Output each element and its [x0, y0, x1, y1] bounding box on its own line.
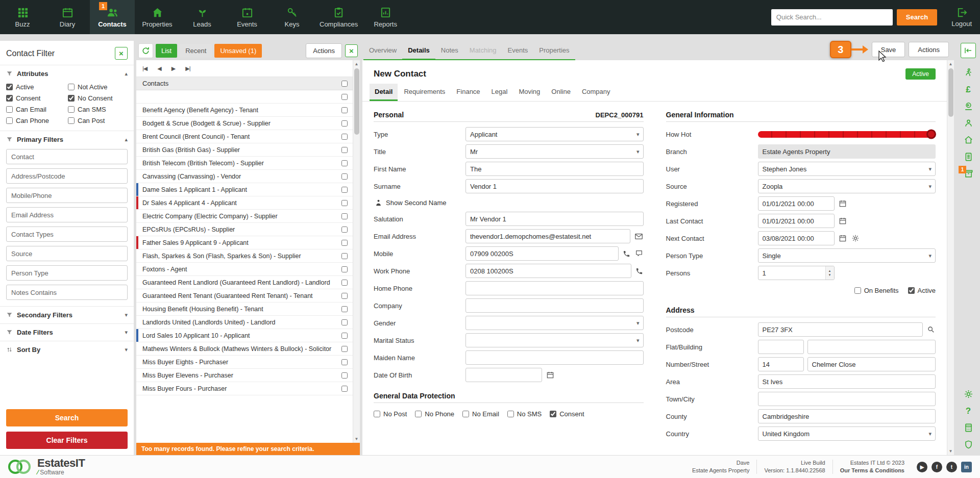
row-checkbox[interactable]: [341, 120, 348, 127]
call-work-phone-button[interactable]: [635, 267, 644, 275]
next-contact-settings-button[interactable]: [851, 234, 860, 243]
refresh-list-button[interactable]: [138, 43, 153, 58]
toolbar-archive[interactable]: 1: [959, 166, 977, 181]
gender-select[interactable]: ▾: [465, 316, 644, 330]
no-email-checkbox[interactable]: [462, 411, 469, 417]
toolbar-help[interactable]: ?: [959, 404, 977, 418]
clear-filters-button[interactable]: Clear Filters: [6, 432, 128, 449]
registered-calendar-button[interactable]: [838, 199, 847, 208]
list-item[interactable]: Guaranteed Rent Tenant (Guaranteed Rent …: [136, 289, 353, 303]
row-checkbox[interactable]: [341, 386, 348, 392]
not-active-checkbox[interactable]: [68, 84, 75, 90]
quick-search-input[interactable]: [771, 9, 893, 26]
person-type-filter-input[interactable]: [6, 265, 128, 281]
toolbar-property[interactable]: [959, 133, 977, 147]
scrollbar-thumb[interactable]: [354, 68, 359, 135]
mobile-phone-filter-input[interactable]: [6, 188, 128, 203]
surname-input[interactable]: [465, 179, 644, 193]
toolbar-person-activity[interactable]: [959, 65, 977, 80]
checkbox-not-active[interactable]: Not Active: [68, 83, 128, 91]
consent-checkbox[interactable]: [6, 95, 13, 102]
mobile-input[interactable]: [465, 246, 619, 261]
row-checkbox[interactable]: [341, 200, 348, 206]
scroll-down-icon[interactable]: ▼: [949, 447, 953, 455]
last-contact-input[interactable]: [758, 214, 835, 228]
row-checkbox[interactable]: [341, 107, 348, 113]
email-input[interactable]: [465, 229, 630, 243]
gdp-consent-checkbox[interactable]: [550, 411, 556, 417]
tab-notes[interactable]: Notes: [435, 42, 464, 59]
toolbar-finance[interactable]: £: [959, 82, 977, 97]
address-postcode-filter-input[interactable]: [6, 168, 128, 184]
tab-recent[interactable]: Recent: [180, 44, 212, 58]
toolbar-contact-card[interactable]: [959, 116, 977, 131]
work-phone-input[interactable]: [465, 264, 631, 278]
title-select[interactable]: Mr▾: [465, 144, 644, 159]
checkbox-on-benefits[interactable]: On Benefits: [854, 287, 899, 294]
list-item[interactable]: British Telecom (British Telecom) - Supp…: [136, 157, 353, 170]
list-item[interactable]: Landlords United (Landlords United) - La…: [136, 316, 353, 329]
home-phone-input[interactable]: [465, 281, 644, 295]
list-item[interactable]: Foxtons - Agent: [136, 263, 353, 276]
tab-matching[interactable]: Matching: [464, 42, 502, 59]
attributes-section-header[interactable]: Attributes ▴: [0, 65, 134, 82]
dob-calendar-button[interactable]: [546, 370, 555, 380]
row-checkbox[interactable]: [341, 253, 348, 259]
checkbox-can-email[interactable]: Can Email: [6, 106, 66, 113]
stepper-arrows[interactable]: ▴▾: [825, 266, 834, 280]
slider-knob[interactable]: [926, 130, 936, 139]
row-checkbox[interactable]: [341, 266, 348, 272]
list-item[interactable]: Miss Buyer Fours - Purchaser: [136, 382, 353, 395]
quick-search-button[interactable]: Search: [897, 9, 937, 26]
contact-active-checkbox[interactable]: [908, 287, 915, 294]
registered-input[interactable]: [758, 196, 835, 211]
how-hot-slider[interactable]: [758, 131, 935, 138]
subtab-legal[interactable]: Legal: [486, 84, 513, 101]
type-select[interactable]: Applicant▾: [465, 127, 644, 141]
persons-stepper[interactable]: ▴▾: [758, 266, 835, 280]
notes-contains-filter-input[interactable]: [6, 285, 128, 300]
nav-compliances[interactable]: Compliances: [314, 0, 363, 34]
subtab-company[interactable]: Company: [577, 84, 616, 101]
county-input[interactable]: [758, 409, 936, 423]
step-down-icon[interactable]: ▾: [829, 273, 831, 277]
scroll-down-icon[interactable]: ▼: [353, 435, 360, 443]
prev-page-icon[interactable]: ◀: [157, 65, 161, 72]
subtab-detail[interactable]: Detail: [370, 84, 398, 101]
list-item[interactable]: Dr Sales 4 Applicant 4 - Applicant: [136, 196, 353, 210]
row-checkbox[interactable]: [341, 240, 348, 246]
list-item[interactable]: Benefit Agency (Benefit Agency) - Tenant: [136, 104, 353, 117]
save-button[interactable]: Save: [872, 42, 905, 57]
list-item[interactable]: British Gas (British Gas) - Supplier: [136, 143, 353, 157]
row-checkbox[interactable]: [341, 160, 348, 166]
row-checkbox[interactable]: [341, 213, 348, 219]
tab-events[interactable]: Events: [502, 42, 534, 59]
last-page-icon[interactable]: ▶|: [185, 65, 190, 72]
source-filter-input[interactable]: [6, 246, 128, 261]
no-sms-checkbox[interactable]: [507, 411, 514, 417]
call-mobile-button[interactable]: [622, 249, 631, 258]
terms-link[interactable]: Our Terms & Conditions: [840, 467, 904, 474]
send-sms-button[interactable]: [634, 249, 644, 258]
can-sms-checkbox[interactable]: [68, 106, 75, 113]
nav-events[interactable]: Events: [225, 0, 270, 34]
row-checkbox[interactable]: [341, 306, 348, 312]
list-item[interactable]: Guaranteed Rent Landlord (Guaranteed Ren…: [136, 276, 353, 289]
toolbar-security[interactable]: [959, 437, 977, 452]
row-checkbox[interactable]: [341, 293, 348, 299]
list-item[interactable]: Housing Benefit (Housing Benefit) - Tena…: [136, 303, 353, 316]
toolbar-settings[interactable]: [959, 387, 977, 401]
on-benefits-checkbox[interactable]: [854, 287, 861, 294]
list-item[interactable]: Dame Sales 1 Applicant 1 - Applicant: [136, 183, 353, 196]
nav-contacts[interactable]: 1 Contacts: [90, 0, 135, 34]
tab-list[interactable]: List: [156, 44, 177, 58]
nav-buzz[interactable]: Buzz: [0, 0, 45, 34]
show-second-name-link[interactable]: Show Second Name: [374, 195, 644, 210]
list-actions-button[interactable]: Actions: [306, 43, 342, 58]
user-select[interactable]: Stephen Jones▾: [758, 162, 936, 176]
checkbox-can-phone[interactable]: Can Phone: [6, 117, 66, 124]
send-email-button[interactable]: [634, 232, 644, 241]
list-item[interactable]: Father Sales 9 Applicant 9 - Applicant: [136, 236, 353, 249]
detail-actions-button[interactable]: Actions: [909, 42, 949, 57]
list-item[interactable]: EPCsRUs (EPCsRUs) - Supplier: [136, 223, 353, 236]
